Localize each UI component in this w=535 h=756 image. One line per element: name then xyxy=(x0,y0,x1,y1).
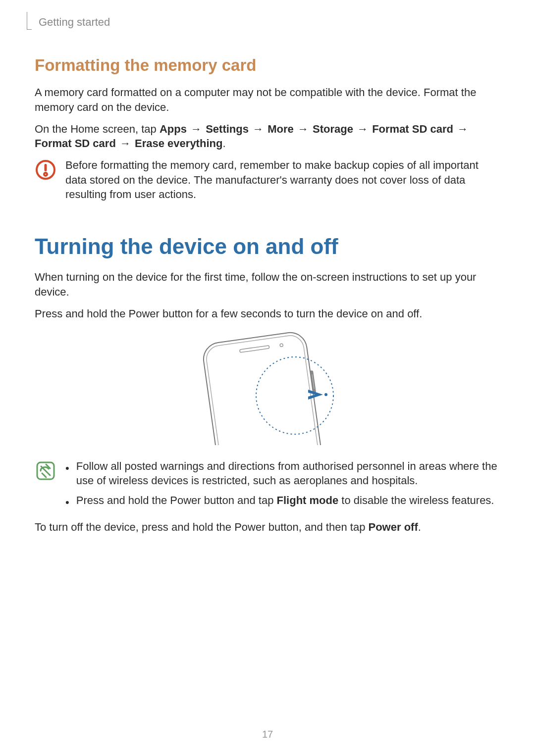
svg-point-6 xyxy=(280,343,283,347)
power-p1: When turning on the device for the first… xyxy=(35,270,500,299)
note-bullet-text: Press and hold the Power button and tap … xyxy=(76,493,494,510)
formatting-intro: A memory card formatted on a computer ma… xyxy=(35,85,500,114)
path-step: Format SD card xyxy=(35,137,116,150)
svg-rect-4 xyxy=(205,334,328,445)
bullet-icon: • xyxy=(65,459,69,488)
power-off-instruction: To turn off the device, press and hold t… xyxy=(35,520,500,535)
warning-icon xyxy=(35,159,56,181)
arrow-icon: → xyxy=(294,123,313,135)
note-bullet: • Press and hold the Power button and ta… xyxy=(65,493,500,510)
arrow-icon: → xyxy=(187,123,206,135)
path-step: Format SD card xyxy=(372,123,453,135)
svg-point-9 xyxy=(256,357,333,434)
running-header: Getting started xyxy=(39,15,500,30)
power-button-figure xyxy=(35,331,500,445)
path-intro: On the Home screen, tap xyxy=(35,123,160,135)
power-p2: Press and hold the Power button for a fe… xyxy=(35,306,500,321)
note-callout: • Follow all posted warnings and directi… xyxy=(35,459,500,515)
formatting-path: On the Home screen, tap Apps → Settings … xyxy=(35,122,500,151)
arrow-icon: → xyxy=(353,123,372,135)
page-number: 17 xyxy=(0,728,535,741)
path-step: Storage xyxy=(313,123,353,135)
svg-point-2 xyxy=(44,173,47,176)
path-step: Apps xyxy=(160,123,187,135)
warning-callout: Before formatting the memory card, remem… xyxy=(35,158,500,202)
warning-text: Before formatting the memory card, remem… xyxy=(65,158,500,202)
note-bullet-bold: Flight mode xyxy=(277,494,339,506)
path-step: Erase everything xyxy=(135,137,222,150)
note-bullet: • Follow all posted warnings and directi… xyxy=(65,459,500,488)
heading-formatting: Formatting the memory card xyxy=(35,54,500,77)
power-off-bold: Power off xyxy=(369,521,418,533)
bullet-icon: • xyxy=(65,493,69,510)
note-bullet-pre: Press and hold the Power button and tap xyxy=(76,494,277,506)
svg-rect-1 xyxy=(45,164,47,171)
svg-rect-5 xyxy=(240,345,269,352)
power-off-pre: To turn off the device, press and hold t… xyxy=(35,521,369,533)
path-step: Settings xyxy=(206,123,249,135)
note-bullet-text: Follow all posted warnings and direction… xyxy=(76,459,500,488)
header-tick-mark xyxy=(27,12,32,30)
arrow-icon: → xyxy=(249,123,268,135)
arrow-icon: → xyxy=(116,137,135,150)
svg-point-11 xyxy=(324,393,327,396)
path-step: More xyxy=(268,123,294,135)
note-icon xyxy=(35,460,56,482)
arrow-icon: → xyxy=(453,123,469,135)
svg-rect-3 xyxy=(202,331,332,445)
heading-power: Turning the device on and off xyxy=(35,232,500,261)
note-bullet-post: to disable the wireless features. xyxy=(338,494,494,506)
power-off-post: . xyxy=(418,521,421,533)
